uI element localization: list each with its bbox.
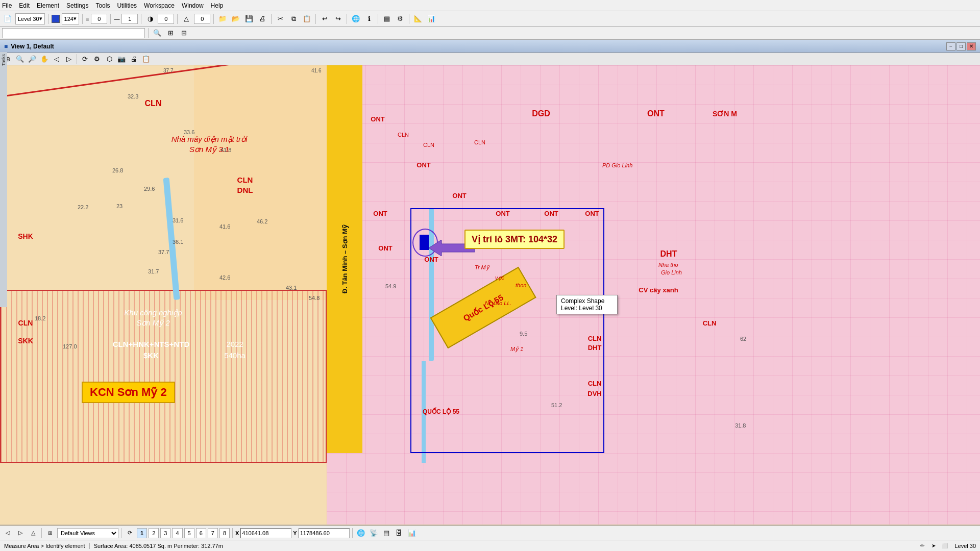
- view-prev-icon[interactable]: ◁: [51, 54, 62, 65]
- status-arrow-icon[interactable]: ➤: [928, 540, 939, 552]
- transparency-input[interactable]: [158, 14, 174, 24]
- menu-help[interactable]: Help: [211, 2, 224, 9]
- color-dropdown[interactable]: 124▾: [62, 13, 79, 24]
- nav-forward-icon[interactable]: ▷: [15, 528, 26, 539]
- style-input[interactable]: [121, 14, 138, 24]
- status-edit-icon[interactable]: ✏: [917, 540, 928, 552]
- level-status: Level 30: [954, 543, 976, 549]
- menu-edit[interactable]: Edit: [19, 2, 30, 9]
- style-icon: —: [114, 16, 119, 22]
- globe-icon[interactable]: 🌐: [350, 13, 361, 24]
- copy-icon[interactable]: ⧉: [288, 13, 299, 24]
- menu-file[interactable]: File: [2, 2, 12, 9]
- view-3d-icon[interactable]: ⬡: [104, 54, 115, 65]
- sort-icon[interactable]: ⊟: [178, 28, 189, 39]
- open-icon[interactable]: 📂: [230, 13, 241, 24]
- view-toolbar: ⊕ 🔍 🔎 ✋ ◁ ▷ ⟳ ⚙ ⬡ 📷 🖨 📋: [0, 53, 980, 65]
- layers-bottom-icon[interactable]: ▤: [381, 528, 392, 539]
- undo-icon[interactable]: ↩: [319, 13, 330, 24]
- menu-bar: File Edit Element Settings Tools Utiliti…: [0, 0, 980, 11]
- tooltip-title: Complex Shape: [561, 297, 613, 305]
- view-title: View 1, Default: [11, 43, 54, 50]
- view-settings-icon[interactable]: ⚙: [91, 54, 103, 65]
- chart-icon[interactable]: 📊: [406, 528, 418, 539]
- surface-area-status: Surface Area: 4085.0517 Sq. m Perimeter:…: [94, 543, 917, 549]
- nav-back-icon[interactable]: ◁: [2, 528, 13, 539]
- color-swatch[interactable]: [52, 15, 60, 23]
- selected-element[interactable]: [420, 235, 429, 250]
- search-icon[interactable]: 🔍: [152, 28, 163, 39]
- weight-input[interactable]: [91, 14, 107, 24]
- menu-window[interactable]: Window: [182, 2, 204, 9]
- view-next-icon[interactable]: ▷: [63, 54, 75, 65]
- view-tab-1[interactable]: 1: [137, 528, 147, 538]
- zone-upper-orange: [194, 65, 327, 300]
- view-update-icon[interactable]: ⟳: [79, 54, 90, 65]
- view-snapshot-icon[interactable]: 📷: [116, 54, 127, 65]
- menu-settings[interactable]: Settings: [66, 2, 88, 9]
- save-icon[interactable]: 💾: [243, 13, 255, 24]
- coord-top-left: 37.7: [163, 68, 173, 73]
- redo-icon[interactable]: ↪: [332, 13, 344, 24]
- views-dropdown[interactable]: Default Views: [57, 528, 118, 538]
- maximize-button[interactable]: □: [957, 42, 966, 51]
- close-button[interactable]: ✕: [967, 42, 976, 51]
- view-tab-2[interactable]: 2: [149, 528, 159, 538]
- settings-icon[interactable]: ⚙: [395, 13, 406, 24]
- priority-input[interactable]: [194, 14, 210, 24]
- view-tab-3[interactable]: 3: [160, 528, 170, 538]
- view-print-icon[interactable]: 🖨: [128, 54, 139, 65]
- properties-icon[interactable]: 📊: [426, 13, 437, 24]
- view-zoom-out-icon[interactable]: 🔎: [27, 54, 38, 65]
- menu-utilities[interactable]: Utilities: [117, 2, 137, 9]
- road-tan-minh: Đ. Tân Minh – Sơn Mỹ: [327, 65, 362, 453]
- view-zoom-in-icon[interactable]: 🔍: [14, 54, 26, 65]
- layer-icon[interactable]: ▤: [381, 13, 393, 24]
- search-input[interactable]: [2, 28, 145, 38]
- gps-icon[interactable]: 📡: [368, 528, 379, 539]
- weight-icon: ≡: [86, 16, 89, 22]
- paste-icon[interactable]: 📋: [301, 13, 312, 24]
- x-coord-input[interactable]: [240, 528, 291, 538]
- view-tab-4[interactable]: 4: [172, 528, 182, 538]
- level-dropdown[interactable]: Level 30▾: [15, 13, 45, 24]
- road-tan-minh-label: Đ. Tân Minh – Sơn Mỹ: [341, 224, 349, 293]
- default-views-icon[interactable]: ⊞: [44, 528, 56, 539]
- menu-element[interactable]: Element: [37, 2, 59, 9]
- measure-icon[interactable]: 📐: [412, 13, 424, 24]
- view-tab-7[interactable]: 7: [208, 528, 218, 538]
- print-icon[interactable]: 🖨: [257, 13, 268, 24]
- x-label: X: [235, 530, 239, 536]
- transparency-icon: ◑: [144, 13, 156, 24]
- new-icon[interactable]: 📄: [2, 13, 13, 24]
- menu-workspace[interactable]: Workspace: [144, 2, 175, 9]
- map-canvas[interactable]: Đ. Tân Minh – Sơn Mỹ Vị trí lô 3MT: 104*…: [0, 65, 980, 524]
- globe-bottom-icon[interactable]: 🌐: [355, 528, 366, 539]
- new-file-icon[interactable]: 📁: [217, 13, 228, 24]
- status-bar: Measure Area > Identify element Surface …: [0, 540, 980, 551]
- status-expand-icon[interactable]: ⬜: [939, 540, 950, 552]
- nav-up-icon[interactable]: △: [28, 528, 39, 539]
- toolbar-secondary: 🔍 ⊞ ⊟: [0, 27, 980, 40]
- tooltip: Complex Shape Level: Level 30: [556, 295, 618, 314]
- tooltip-level: Level: Level 30: [561, 305, 613, 312]
- refresh-icon[interactable]: ⟳: [124, 528, 135, 539]
- view-tab-6[interactable]: 6: [196, 528, 206, 538]
- menu-tools[interactable]: Tools: [95, 2, 110, 9]
- database-icon[interactable]: 🗄: [394, 528, 405, 539]
- view-tab-5[interactable]: 5: [184, 528, 194, 538]
- cut-icon[interactable]: ✂: [275, 13, 286, 24]
- view-pan-icon[interactable]: ✋: [39, 54, 50, 65]
- kcn-label-box: KCN Sơn Mỹ 2: [82, 382, 175, 403]
- zone-industrial-hatched: [0, 290, 327, 463]
- filter-icon[interactable]: ⊞: [165, 28, 176, 39]
- priority-icon: △: [181, 13, 192, 24]
- map-container[interactable]: Đ. Tân Minh – Sơn Mỹ Vị trí lô 3MT: 104*…: [0, 65, 980, 524]
- y-coord-input[interactable]: [299, 528, 350, 538]
- tasks-label: Tasks: [1, 54, 6, 66]
- view-info-icon[interactable]: 📋: [140, 54, 152, 65]
- toolbar-main: 📄 Level 30▾ 124▾ ≡ — ◑ △ 📁 📂 💾 🖨 ✂ ⧉ 📋 ↩…: [0, 11, 980, 27]
- minimize-button[interactable]: −: [946, 42, 955, 51]
- view-tab-8[interactable]: 8: [219, 528, 230, 538]
- info-icon[interactable]: ℹ: [363, 13, 375, 24]
